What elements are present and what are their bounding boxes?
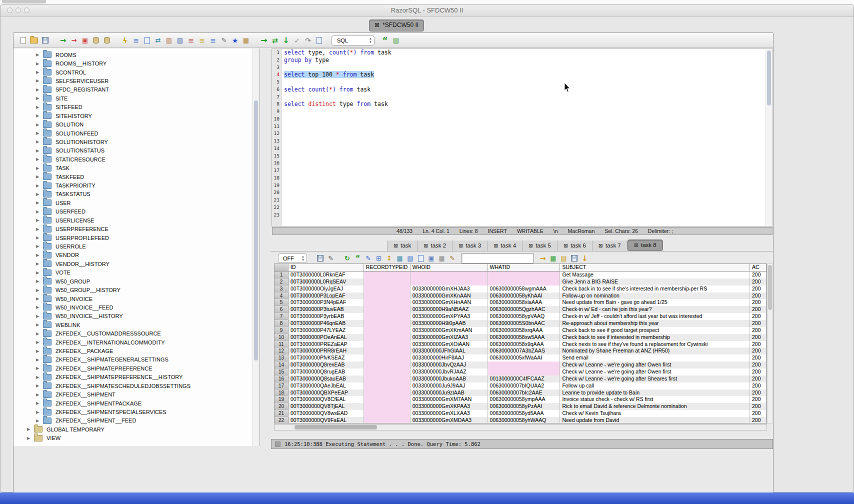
tree-item-rooms-history[interactable]: ▶ROOMS__HISTORY [14,59,260,68]
tree-item-zkfedex-shipmatepreference-history[interactable]: ▶ZKFEDEX__SHIPMATEPREFERENCE__HISTORY [14,373,260,382]
cell-ac[interactable]: 200 [750,286,766,292]
code-line-23[interactable] [284,212,766,219]
close-tab-icon[interactable]: ⊠ [374,22,380,28]
cell-whoid[interactable]: 0033000000JbukoAAB [410,376,488,382]
cell-id[interactable]: 00T3000000Q8rexEAB [288,362,364,368]
expand-triangle-icon[interactable]: ▶ [35,262,40,266]
cell-whoid[interactable]: 0033000000GmXLXAA3 [410,410,488,417]
row-number[interactable]: 20 [274,403,288,410]
row-number[interactable]: 17 [274,382,288,390]
align-lines-icon[interactable]: ≡ [208,36,218,46]
close-tab-icon[interactable]: ⊠ [598,242,603,248]
cell-recordtypeid[interactable] [364,403,410,410]
cell-recordtypeid[interactable] [364,334,410,341]
expand-triangle-icon[interactable]: ▶ [35,392,40,397]
column-header-subject[interactable]: SUBJECT [560,264,750,271]
cell-whatid[interactable] [488,368,560,376]
cell-whatid[interactable]: 006300000058yhWAAQ [488,417,560,424]
cell-subject[interactable]: Check back in to see if she's interested… [560,286,750,292]
code-line-1[interactable]: select type, count(*) from task [284,49,766,56]
close-tab-icon[interactable]: ⊠ [394,242,398,248]
cell-whatid[interactable]: 006300000058ympAAA [488,396,560,403]
page-view-icon[interactable] [416,254,426,263]
cell-whatid[interactable]: 006300000058x9qAAA [488,341,560,348]
cell-ac[interactable]: 200 [750,354,766,362]
expand-triangle-icon[interactable]: ▶ [35,366,40,370]
expand-triangle-icon[interactable]: ▶ [35,174,40,179]
tree-scrollbar[interactable] [252,48,260,446]
disconnect-db-icon[interactable]: → [68,36,80,46]
result-tab-task-6[interactable]: ⊠task 6 [558,240,592,251]
save-results-icon[interactable] [315,254,326,263]
manual-book-icon[interactable]: ▥ [174,36,186,46]
cell-id[interactable]: 00T3000000QV8wsEAD [288,410,364,417]
cell-id[interactable]: 00T3000000OiyJgEAJ [288,286,364,292]
code-line-17[interactable] [284,167,766,174]
cell-id[interactable]: 00T3000000QBXPeEAP [288,390,364,396]
commit-check-icon[interactable]: ✓ [292,36,302,46]
expand-triangle-icon[interactable]: ▶ [35,122,40,127]
cell-whoid[interactable] [410,278,488,286]
cell-recordtypeid[interactable] [364,299,410,306]
cell-recordtypeid[interactable] [364,278,410,286]
cell-id[interactable]: 00T3000000QV8CfEAL [288,396,364,403]
grid-horizontal-scrollbar[interactable] [274,424,767,430]
sql-code[interactable]: select type, count(*) from taskgroup by … [284,49,766,218]
cell-whatid[interactable]: 00630000007bIQUAA2 [488,382,560,390]
cell-ac[interactable]: 200 [750,327,766,334]
cell-subject[interactable]: Check w/ Kevin Tsujihara [560,410,750,417]
row-number[interactable]: 4 [274,292,288,300]
tree-item-userrole[interactable]: ▶USERROLE [14,242,260,250]
tree-item-sitehistory[interactable]: ▶SITEHISTORY [14,112,260,120]
cell-subject[interactable]: Check w/ Leanne - we're going after Owen… [560,368,750,376]
tree-item-vendor-history[interactable]: ▶VENDOR__HISTORY [14,260,260,268]
row-number[interactable]: 14 [274,362,288,368]
sort-updown-icon[interactable]: ↕ [384,254,394,263]
expand-triangle-icon[interactable]: ▶ [35,114,40,118]
cell-subject[interactable]: Send email [560,354,750,362]
cell-recordtypeid[interactable] [364,313,410,320]
tree-item-zkfedex-shipmatescheduledjobssettings[interactable]: ▶ZKFEDEX__SHIPMATESCHEDULEDJOBSSETTINGS [14,382,260,390]
tree-item-staticresource[interactable]: ▶STATICRESOURCE [14,155,260,164]
cell-recordtypeid[interactable] [364,292,410,300]
code-line-8[interactable]: select distinct type from task [284,100,766,108]
expand-triangle-icon[interactable]: ▶ [35,322,40,327]
cell-whatid[interactable]: 006300000058xrqAAA [488,327,560,334]
cell-id[interactable]: 00T3000000QV8TjEAL [288,403,364,410]
cell-subject[interactable]: Check-in w/ Ed - can he join this year? [560,306,750,313]
cell-whoid[interactable]: 0033000000H9i0pAAB [410,320,488,327]
cell-recordtypeid[interactable] [364,368,410,376]
cell-whoid[interactable]: 0033000000GmXM7AAN [410,396,488,403]
cell-ac[interactable]: 200 [750,272,766,278]
cell-ac[interactable]: 200 [750,417,766,424]
cell-subject[interactable]: Rick to email David & reference Delmonte… [560,403,750,410]
code-line-14[interactable] [284,145,766,152]
quotes-icon[interactable]: “ [352,254,363,263]
row-number[interactable]: 15 [274,368,288,376]
cell-whatid[interactable] [488,278,560,286]
cell-whatid[interactable]: 006300000058yKhAAI [488,292,560,300]
cell-subject[interactable]: Invoice status check - check w/ RS first [560,396,750,403]
close-tab-icon[interactable]: ⊠ [494,242,498,248]
row-number[interactable]: 3 [274,286,288,292]
cell-ac[interactable]: 200 [750,410,766,417]
tree-item-view[interactable]: ▶VIEW [14,434,260,442]
expand-triangle-icon[interactable]: ▶ [35,70,40,74]
auto-commit-select[interactable]: OFF ▲▼ [278,254,307,263]
cell-id[interactable]: 00T3000000L0RqSEAV [288,278,364,286]
insert-node-icon[interactable]: ⊞ [374,254,384,263]
cell-ac[interactable]: 200 [750,341,766,348]
new-db-object-icon[interactable] [90,36,102,46]
expand-triangle-icon[interactable]: ▶ [35,349,40,354]
guide-book-icon[interactable]: ▥ [164,36,174,46]
window-titlebar[interactable]: RazorSQL - SFDCW50 II [0,4,854,17]
result-tab-task-4[interactable]: ⊠task 4 [488,240,522,251]
db-tool-icon[interactable] [102,36,112,46]
expand-triangle-icon[interactable]: ▶ [35,340,40,344]
row-number[interactable]: 7 [274,313,288,320]
cell-whatid[interactable]: 00630000005QgzhAAC [488,306,560,313]
tree-item-taskpriority[interactable]: ▶TASKPRIORITY [14,181,260,190]
tree-item-zkfedex-shipment-feed[interactable]: ▶ZKFEDEX__SHIPMENT__FEED [14,416,260,425]
cell-subject[interactable]: Check back to see if good target prospec… [560,327,750,334]
cell-whatid[interactable]: 00630000005S0bnAAC [488,320,560,327]
